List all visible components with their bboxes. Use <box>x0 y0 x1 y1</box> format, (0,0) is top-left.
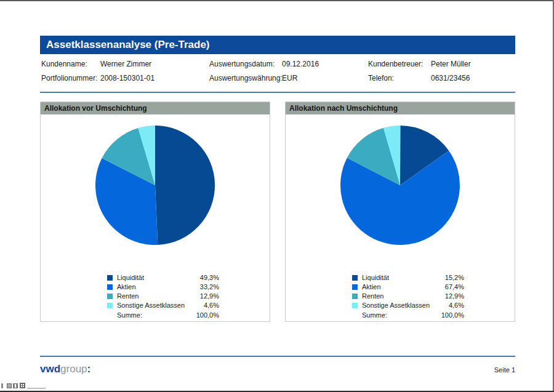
logo-colon-text: : <box>87 363 91 375</box>
info-value-telefon: 0631/23456 <box>431 74 515 82</box>
pie-chart-nach-umschichtung <box>339 124 462 247</box>
legend-total-label: Summe: <box>117 311 193 319</box>
info-label-kundenname: Kundenname: <box>41 60 100 68</box>
legend-row: Renten 12,9% <box>107 292 219 300</box>
info-label-kundenbetreuer: Kundenbetreuer: <box>368 60 431 68</box>
legend-swatch-renten-icon <box>107 294 113 299</box>
info-value-auswertungsdatum: 09.12.2016 <box>282 60 368 68</box>
info-value-portfolionummer: 2008-150301-01 <box>100 74 209 82</box>
legend-value: 4,6% <box>438 302 464 309</box>
legend-row: Liquidität 49,3% <box>107 274 219 281</box>
view-two-pages-icon[interactable] <box>13 383 18 388</box>
legend-label: Aktien <box>362 283 438 290</box>
report-info-header: Kundenname: Werner Zimmer Auswertungsdat… <box>40 54 515 85</box>
statusbar-divider <box>27 388 46 389</box>
legend-label: Liquidität <box>362 274 438 281</box>
legend-label: Liquidität <box>117 274 193 281</box>
view-single-page-icon[interactable] <box>7 383 12 388</box>
panel-title-nach: Allokation nach Umschichtung <box>289 104 398 113</box>
panel-title-vor: Allokation vor Umschichtung <box>44 104 147 113</box>
report-footer: vwdgroup: Seite 1 <box>40 363 515 375</box>
window-border-top <box>0 0 554 1</box>
logo-group-text: group <box>60 363 87 375</box>
legend-row: Renten 12,9% <box>352 292 464 300</box>
legend-label: Aktien <box>117 283 193 290</box>
legend-swatch-renten-icon <box>352 294 358 299</box>
legend-label: Renten <box>117 292 193 300</box>
legend-label: Renten <box>362 292 438 300</box>
view-grid-icon[interactable] <box>20 383 25 388</box>
panel-header: Allokation nach Umschichtung <box>286 102 515 114</box>
legend-value: 12,9% <box>438 292 464 300</box>
info-label-auswertungswaehrung: Auswertungswährung: <box>209 74 282 82</box>
legend-swatch-liquiditaet-icon <box>352 275 358 281</box>
legend-row: Sonstige Assetklassen 4,6% <box>107 302 219 309</box>
view-columns-icon[interactable] <box>1 383 3 388</box>
info-label-telefon: Telefon: <box>368 74 431 82</box>
info-label-portfolionummer: Portfolionummer: <box>41 74 100 82</box>
legend-total-row: Summe: 100,0% <box>352 311 464 319</box>
legend-row: Liquidität 15,2% <box>352 274 464 281</box>
page-title: Assetklassenanalyse (Pre-Trade) <box>46 39 210 50</box>
legend-swatch-aktien-icon <box>107 284 113 290</box>
legend-total-row: Summe: 100,0% <box>107 311 219 319</box>
report-title-bar: Assetklassenanalyse (Pre-Trade) <box>40 36 515 54</box>
panel-header: Allokation vor Umschichtung <box>41 102 270 114</box>
legend-row: Aktien 67,4% <box>352 283 464 290</box>
header-divider-rule <box>40 92 515 93</box>
chart-panels-row: Allokation vor Umschichtung Liquidität 4… <box>40 102 515 322</box>
info-value-kundenbetreuer: Peter Müller <box>431 60 515 68</box>
logo-vwd-text: vwd <box>40 363 60 375</box>
legend-label: Sonstige Assetklassen <box>117 302 193 309</box>
panel-allokation-nach: Allokation nach Umschichtung Liquidität … <box>285 102 515 322</box>
legend-swatch-spacer <box>352 313 358 318</box>
legend-swatch-sonstige-icon <box>352 303 358 308</box>
legend-swatch-spacer <box>107 313 113 318</box>
legend-value: 49,3% <box>193 274 219 281</box>
info-label-auswertungsdatum: Auswertungsdatum: <box>209 60 282 68</box>
page-number-label: Seite 1 <box>494 366 515 375</box>
legend-total-value: 100,0% <box>193 311 219 319</box>
pie-legend-vor: Liquidität 49,3% Aktien 33,2% Renten 12,… <box>107 274 219 319</box>
pie-chart-vor-umschichtung <box>94 124 217 247</box>
legend-total-value: 100,0% <box>438 311 464 319</box>
info-value-kundenname: Werner Zimmer <box>100 60 209 68</box>
legend-label: Sonstige Assetklassen <box>362 302 438 309</box>
legend-swatch-sonstige-icon <box>107 303 113 308</box>
legend-value: 67,4% <box>438 283 464 290</box>
legend-row: Sonstige Assetklassen 4,6% <box>352 302 464 309</box>
panel-allokation-vor: Allokation vor Umschichtung Liquidität 4… <box>40 102 270 322</box>
report-page: Assetklassenanalyse (Pre-Trade) Kundenna… <box>40 36 515 375</box>
legend-swatch-liquiditaet-icon <box>107 275 113 281</box>
legend-value: 33,2% <box>193 283 219 290</box>
legend-value: 15,2% <box>438 274 464 281</box>
pie-legend-nach: Liquidität 15,2% Aktien 67,4% Renten 12,… <box>352 274 464 319</box>
legend-total-label: Summe: <box>362 311 438 319</box>
legend-row: Aktien 33,2% <box>107 283 219 290</box>
legend-value: 4,6% <box>193 302 219 309</box>
legend-swatch-aktien-icon <box>352 284 358 290</box>
pie-slice-liquidität <box>155 126 215 245</box>
vwd-group-logo: vwdgroup: <box>40 363 90 375</box>
footer-divider-rule <box>40 356 515 357</box>
legend-value: 12,9% <box>193 292 219 300</box>
info-value-auswertungswaehrung: EUR <box>282 74 368 82</box>
